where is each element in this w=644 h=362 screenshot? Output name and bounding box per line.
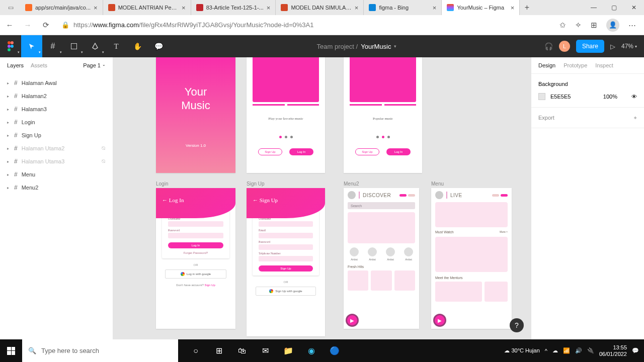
chevron-down-icon[interactable]: ▾ (394, 44, 396, 49)
task-view-icon[interactable]: ⊞ (207, 339, 230, 362)
close-icon[interactable]: × (355, 4, 359, 12)
lock-icon[interactable]: 🔒 (61, 21, 69, 29)
background-swatch[interactable] (538, 93, 545, 100)
minimize-button[interactable]: — (584, 0, 604, 15)
tab-ppt-1[interactable]: MODEL ANTRIAN Pen...× (103, 0, 191, 15)
weather-widget[interactable]: ☁ 30°C Hujan (504, 347, 539, 354)
close-icon[interactable]: × (433, 4, 437, 12)
layer-item[interactable]: ▸#Menu2 (0, 181, 113, 194)
version-label: Version 1.0 (186, 143, 206, 148)
frame-login[interactable]: Login ← Log In Username Password Log In … (156, 188, 235, 329)
start-button[interactable] (0, 339, 22, 362)
reload-button[interactable]: ⟳ (40, 21, 51, 30)
headphones-icon[interactable]: 🎧 (544, 42, 553, 50)
tab-prototype[interactable]: Prototype (564, 62, 587, 68)
frame-tool[interactable]: #▾ (42, 35, 63, 57)
tab-ppt-2[interactable]: MODEL DAN SIMULAS...× (276, 0, 364, 15)
visibility-icon[interactable]: 👁 (631, 94, 637, 100)
tab-pdf[interactable]: 83-Article Text-125-1-...× (191, 0, 276, 15)
tab-layers[interactable]: Layers (7, 62, 24, 68)
taskbar-search[interactable]: 🔍Type here to search (22, 339, 178, 362)
close-icon[interactable]: × (267, 4, 271, 12)
collections-icon[interactable]: ✧ (575, 21, 582, 30)
menu-icon[interactable]: ⋯ (628, 21, 636, 30)
maximize-button[interactable]: ▢ (604, 0, 624, 15)
tray-chevron-icon[interactable]: ^ (545, 348, 547, 354)
back-button[interactable]: ← (4, 21, 15, 29)
tab-gitlab[interactable]: app/src/main/java/co...× (20, 0, 103, 15)
address-bar[interactable]: 🔒 https://www.figma.com/file/gRx4MsrRlW9… (58, 21, 552, 29)
tab-design[interactable]: Design (538, 62, 555, 68)
frame-halaman2[interactable]: Play your favorite music Sign UpLog In (247, 57, 325, 173)
share-button[interactable]: Share (576, 40, 604, 53)
layer-item[interactable]: ▸#Halaman3 (0, 103, 113, 116)
search-icon: 🔍 (28, 347, 36, 354)
frame-halaman-awal[interactable]: YourMusic Version 1.0 (156, 57, 235, 173)
favorite-icon[interactable]: ✩ (559, 21, 566, 30)
new-tab-button[interactable]: + (520, 0, 534, 15)
frame-menu[interactable]: Menu LIVE Must WatchMore > Meet the Ment… (431, 188, 512, 329)
add-export-button[interactable]: + (634, 115, 637, 121)
browser-titlebar: ▭ app/src/main/java/co...× MODEL ANTRIAN… (0, 0, 644, 15)
svg-point-2 (8, 45, 11, 48)
cortana-icon[interactable]: ○ (184, 339, 207, 362)
svg-point-1 (11, 41, 14, 44)
onedrive-icon[interactable]: ☁ (552, 347, 558, 354)
notifications-icon[interactable]: 💬 (632, 347, 639, 354)
layer-item[interactable]: ▸#Halaman Utama3⦰ (0, 155, 113, 168)
store-icon[interactable]: 🛍 (230, 339, 254, 362)
browser-toolbar: ← → ⟳ 🔒 https://www.figma.com/file/gRx4M… (0, 15, 644, 35)
profile-avatar[interactable]: 👤 (606, 19, 619, 32)
layer-item[interactable]: ▸#Halaman Awal (0, 76, 113, 89)
extensions-icon[interactable]: ⊞ (591, 21, 597, 30)
tab-strip: app/src/main/java/co...× MODEL ANTRIAN P… (18, 0, 534, 15)
mail-icon[interactable]: ✉ (254, 339, 277, 362)
tab-figma[interactable]: YourMusic – Figma× (442, 0, 520, 15)
project-name[interactable]: Team project / (317, 43, 358, 50)
tab-actions-icon[interactable]: ▭ (3, 0, 18, 15)
background-heading: Background (538, 81, 637, 87)
layer-item[interactable]: ▸#Halaman2 (0, 89, 113, 103)
shape-tool[interactable]: ▾ (63, 35, 85, 57)
close-window-button[interactable]: ✕ (624, 0, 644, 15)
design-panel: Design Prototype Inspect Background E5E5… (531, 57, 644, 339)
pen-tool[interactable]: ▾ (85, 35, 106, 57)
canvas[interactable]: YourMusic Version 1.0 Play your favorite… (113, 57, 531, 339)
app-icon[interactable]: 🔵 (323, 339, 346, 362)
move-tool[interactable]: ▾ (21, 35, 42, 57)
user-avatar[interactable]: L (559, 41, 570, 52)
explorer-icon[interactable]: 📁 (277, 339, 300, 362)
volume-icon[interactable]: 🔊 (575, 347, 582, 354)
frame-menu2[interactable]: Menu2 DISCOVER Search Artist Artist Arti… (344, 188, 419, 329)
present-button[interactable]: ▷ (610, 43, 615, 50)
play-fab[interactable]: ▶ (346, 314, 359, 327)
tab-bing[interactable]: figma - Bing× (364, 0, 442, 15)
tab-inspect[interactable]: Inspect (595, 62, 613, 68)
frame-halaman3[interactable]: Popular music Sign UpLog In (344, 57, 422, 173)
comment-tool[interactable]: 💬 (148, 35, 169, 57)
figma-menu-button[interactable]: ▾ (0, 35, 21, 57)
file-name[interactable]: YourMusic (361, 43, 391, 50)
close-icon[interactable]: × (511, 4, 515, 12)
layer-item[interactable]: ▸#Sign Up (0, 129, 113, 142)
layer-item[interactable]: ▸#Halaman Utama2⦰ (0, 142, 113, 155)
background-hex[interactable]: E5E5E5 (550, 94, 571, 100)
edge-icon[interactable]: ◉ (300, 339, 323, 362)
close-icon[interactable]: × (94, 4, 98, 12)
zoom-control[interactable]: 47%▾ (621, 43, 637, 50)
layer-item[interactable]: ▸#Menu (0, 168, 113, 181)
battery-icon[interactable]: 🔌 (587, 347, 594, 354)
close-icon[interactable]: × (182, 4, 186, 12)
clock[interactable]: 13:5506/01/2022 (599, 344, 627, 357)
help-button[interactable]: ? (510, 318, 524, 332)
forward-button: → (22, 21, 33, 29)
play-fab[interactable]: ▶ (433, 314, 446, 327)
page-selector[interactable]: Page 1⌄ (83, 62, 106, 68)
tab-assets[interactable]: Assets (31, 62, 47, 68)
frame-signup[interactable]: Sign Up ← Sign Up Username Email Passwor… (247, 188, 325, 336)
layer-item[interactable]: ▸#Login (0, 116, 113, 129)
text-tool[interactable]: T (106, 35, 127, 57)
wifi-icon[interactable]: 📶 (563, 347, 570, 354)
hand-tool[interactable]: ✋ (127, 35, 148, 57)
background-opacity[interactable]: 100% (603, 94, 617, 100)
